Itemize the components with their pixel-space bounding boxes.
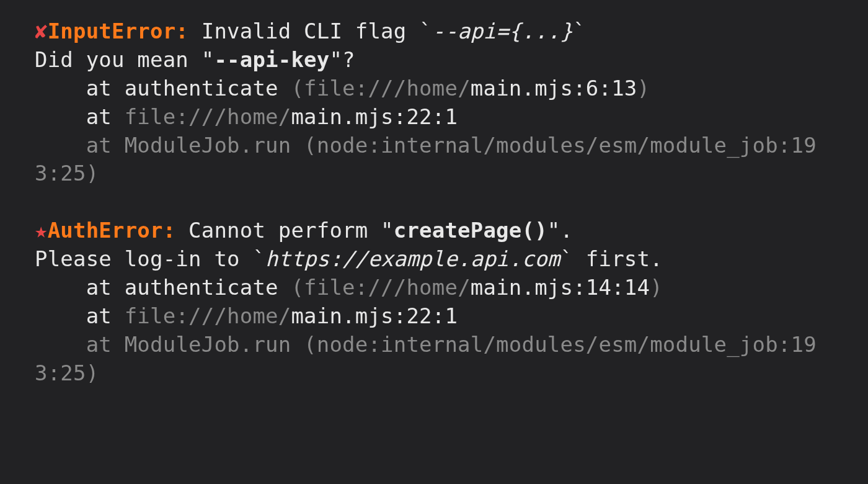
stack-at: at — [35, 303, 125, 328]
stack-fn: authenticate — [125, 76, 291, 101]
stack-lparen: ( — [291, 76, 304, 101]
error-message-post: ". — [547, 218, 573, 243]
stack-at: at — [35, 76, 125, 101]
error-message-post: ` — [573, 19, 586, 43]
error-message-bold: createPage() — [394, 218, 547, 243]
stack-rparen: ) — [650, 275, 663, 300]
stack-at: at — [35, 275, 125, 300]
error-message-pre: Invalid CLI flag ` — [188, 19, 432, 43]
stack-path-dim: file:///home/ — [304, 275, 471, 300]
stack-fn: authenticate — [125, 275, 291, 300]
hint-pre: Please log-in to ` — [35, 246, 265, 271]
hint-url: https://example.api.com — [265, 246, 560, 271]
error-block-1: ✘InputError: Invalid CLI flag `--api={..… — [35, 19, 817, 186]
stack-path-dim: file:///home/ — [125, 104, 291, 129]
error-type: InputError: — [48, 19, 188, 43]
stack-at: at — [35, 104, 125, 129]
error-message-code: --api={...} — [432, 19, 573, 43]
hint-post: "? — [329, 47, 355, 72]
stack-internal: at ModuleJob.run (node:internal/modules/… — [35, 332, 817, 385]
stack-file: main.mjs:22:1 — [291, 104, 458, 129]
stack-file: main.mjs:6:13 — [471, 76, 637, 101]
stack-rparen: ) — [637, 76, 650, 101]
cross-icon: ✘ — [35, 19, 48, 43]
stack-internal: at ModuleJob.run (node:internal/modules/… — [35, 133, 817, 186]
stack-path-dim: file:///home/ — [304, 76, 471, 101]
stack-file: main.mjs:14:14 — [471, 275, 650, 300]
stack-lparen: ( — [291, 275, 304, 300]
error-message-pre: Cannot perform " — [175, 218, 393, 243]
hint-post: ` first. — [560, 246, 662, 271]
error-block-2: ★AuthError: Cannot perform "createPage()… — [35, 218, 817, 385]
hint-suggestion: --api-key — [214, 47, 329, 72]
stack-path-dim: file:///home/ — [125, 303, 291, 328]
stack-file: main.mjs:22:1 — [291, 303, 458, 328]
terminal-output: ✘InputError: Invalid CLI flag `--api={..… — [0, 0, 868, 388]
hint-pre: Did you mean " — [35, 47, 214, 72]
star-icon: ★ — [35, 218, 48, 243]
error-type: AuthError: — [48, 218, 176, 243]
